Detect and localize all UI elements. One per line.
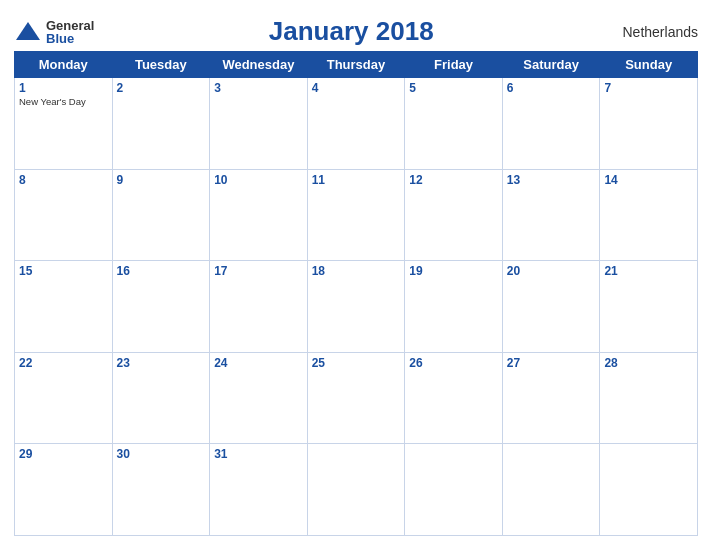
- col-wednesday: Wednesday: [210, 52, 308, 78]
- col-tuesday: Tuesday: [112, 52, 210, 78]
- day-number: 23: [117, 356, 206, 370]
- calendar-day-cell: 30: [112, 444, 210, 536]
- country-label: Netherlands: [608, 24, 698, 40]
- day-number: 3: [214, 81, 303, 95]
- calendar-week-row: 891011121314: [15, 169, 698, 261]
- day-number: 24: [214, 356, 303, 370]
- col-thursday: Thursday: [307, 52, 405, 78]
- day-number: 26: [409, 356, 498, 370]
- logo-area: General Blue: [14, 18, 94, 46]
- day-number: 11: [312, 173, 401, 187]
- calendar-day-cell: 2: [112, 78, 210, 170]
- calendar-day-cell: 29: [15, 444, 113, 536]
- day-number: 27: [507, 356, 596, 370]
- calendar-day-cell: 24: [210, 352, 308, 444]
- calendar-week-row: 293031: [15, 444, 698, 536]
- calendar-day-cell: 15: [15, 261, 113, 353]
- calendar-day-cell: 17: [210, 261, 308, 353]
- calendar-day-cell: 4: [307, 78, 405, 170]
- calendar-day-cell: [502, 444, 600, 536]
- calendar-day-cell: 19: [405, 261, 503, 353]
- day-number: 2: [117, 81, 206, 95]
- logo-text: General Blue: [46, 19, 94, 45]
- calendar-header-row: Monday Tuesday Wednesday Thursday Friday…: [15, 52, 698, 78]
- day-number: 18: [312, 264, 401, 278]
- calendar-header: General Blue January 2018 Netherlands: [14, 10, 698, 51]
- calendar-day-cell: 21: [600, 261, 698, 353]
- svg-rect-1: [20, 34, 36, 40]
- calendar-day-cell: [307, 444, 405, 536]
- calendar-day-cell: 3: [210, 78, 308, 170]
- calendar-day-cell: [600, 444, 698, 536]
- col-monday: Monday: [15, 52, 113, 78]
- day-number: 29: [19, 447, 108, 461]
- day-number: 1: [19, 81, 108, 95]
- calendar-day-cell: 20: [502, 261, 600, 353]
- day-number: 19: [409, 264, 498, 278]
- holiday-label: New Year's Day: [19, 96, 108, 107]
- col-saturday: Saturday: [502, 52, 600, 78]
- calendar-title: January 2018: [94, 16, 608, 47]
- calendar-day-cell: 10: [210, 169, 308, 261]
- calendar-day-cell: 27: [502, 352, 600, 444]
- generalblue-logo-icon: [14, 18, 42, 46]
- day-number: 5: [409, 81, 498, 95]
- calendar-day-cell: 23: [112, 352, 210, 444]
- day-number: 7: [604, 81, 693, 95]
- day-number: 4: [312, 81, 401, 95]
- col-friday: Friday: [405, 52, 503, 78]
- calendar-day-cell: 1New Year's Day: [15, 78, 113, 170]
- calendar-day-cell: 26: [405, 352, 503, 444]
- calendar-week-row: 22232425262728: [15, 352, 698, 444]
- day-number: 10: [214, 173, 303, 187]
- calendar-table: Monday Tuesday Wednesday Thursday Friday…: [14, 51, 698, 536]
- calendar-day-cell: 12: [405, 169, 503, 261]
- calendar-day-cell: 8: [15, 169, 113, 261]
- calendar-day-cell: [405, 444, 503, 536]
- day-number: 15: [19, 264, 108, 278]
- day-number: 9: [117, 173, 206, 187]
- calendar-week-row: 15161718192021: [15, 261, 698, 353]
- day-number: 28: [604, 356, 693, 370]
- col-sunday: Sunday: [600, 52, 698, 78]
- calendar-week-row: 1New Year's Day234567: [15, 78, 698, 170]
- calendar-day-cell: 14: [600, 169, 698, 261]
- day-number: 14: [604, 173, 693, 187]
- day-number: 22: [19, 356, 108, 370]
- calendar-day-cell: 18: [307, 261, 405, 353]
- day-number: 20: [507, 264, 596, 278]
- day-number: 31: [214, 447, 303, 461]
- day-number: 16: [117, 264, 206, 278]
- day-number: 25: [312, 356, 401, 370]
- calendar-day-cell: 7: [600, 78, 698, 170]
- calendar-day-cell: 22: [15, 352, 113, 444]
- logo-blue-text: Blue: [46, 32, 94, 45]
- calendar-day-cell: 16: [112, 261, 210, 353]
- calendar-body: 1New Year's Day2345678910111213141516171…: [15, 78, 698, 536]
- calendar-day-cell: 5: [405, 78, 503, 170]
- day-number: 21: [604, 264, 693, 278]
- calendar-day-cell: 11: [307, 169, 405, 261]
- day-number: 30: [117, 447, 206, 461]
- calendar-day-cell: 13: [502, 169, 600, 261]
- calendar-day-cell: 31: [210, 444, 308, 536]
- calendar-day-cell: 9: [112, 169, 210, 261]
- day-number: 17: [214, 264, 303, 278]
- day-number: 6: [507, 81, 596, 95]
- day-number: 13: [507, 173, 596, 187]
- calendar-day-cell: 6: [502, 78, 600, 170]
- day-number: 12: [409, 173, 498, 187]
- calendar-day-cell: 28: [600, 352, 698, 444]
- calendar-day-cell: 25: [307, 352, 405, 444]
- logo-general-text: General: [46, 19, 94, 32]
- day-number: 8: [19, 173, 108, 187]
